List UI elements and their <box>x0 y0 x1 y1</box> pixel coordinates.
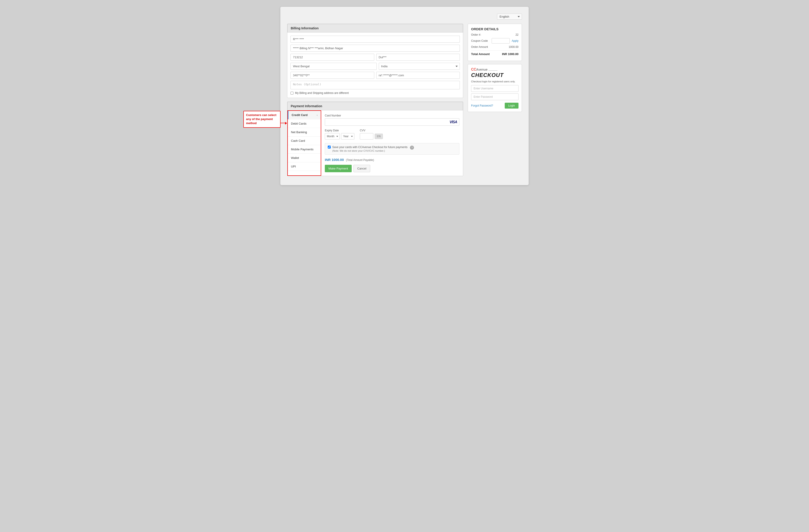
cancel-button[interactable]: Cancel <box>354 165 370 172</box>
order-details-card: ORDER DETAILS Order #: 22 Coupon Code Ap… <box>468 24 522 61</box>
total-amount-value: INR 1000.00 <box>502 52 518 56</box>
save-card-help-icon: ? <box>410 145 414 150</box>
cvv-group: CVV 576 <box>360 129 383 139</box>
state-country-row: India <box>291 63 460 70</box>
card-number-wrapper: VISA <box>325 118 459 126</box>
avenue-text: Avenue <box>476 68 487 71</box>
password-input[interactable] <box>471 93 518 100</box>
debit-cards-label: Debit Cards <box>291 122 307 125</box>
total-payable-label: (Total Amount Payable) <box>346 158 374 161</box>
card-number-label: Card Number <box>325 114 459 117</box>
method-debit-cards[interactable]: Debit Cards <box>288 119 321 128</box>
action-buttons: Make Payment Cancel <box>325 165 459 172</box>
total-amount-row: Total Amount INR 1000.00 <box>471 50 518 56</box>
total-amount: INR 1000.00 <box>325 158 344 161</box>
billing-shipping-label: My Billing and Shipping address are diff… <box>295 91 349 95</box>
country-wrapper: India <box>379 63 460 70</box>
payment-section-header: Payment Information <box>287 102 463 110</box>
page-container: English Billing Information <box>280 7 529 185</box>
method-upi[interactable]: UPI <box>288 162 321 171</box>
cc-icon: CC <box>471 68 476 71</box>
phone-email-row <box>291 72 460 79</box>
expiry-cvv-row: Expiry Date Month 010203 040506 070809 1… <box>325 129 459 139</box>
cvv-input-row: 576 <box>360 133 383 139</box>
total-amount-label: Total Amount <box>471 52 489 56</box>
billing-section-header: Billing Information <box>287 24 463 33</box>
cc-checkout-line: CHECKOUT <box>471 72 518 78</box>
login-button[interactable]: Login <box>505 103 518 108</box>
card-number-input[interactable] <box>325 118 459 126</box>
coupon-label: Coupon Code <box>471 39 488 42</box>
cc-divider-icon <box>488 70 498 71</box>
coupon-code-row: Coupon Code Apply <box>471 38 518 44</box>
order-amount-label: Order Amount <box>471 45 488 49</box>
order-number-row: Order #: 22 <box>471 33 518 36</box>
method-wallet[interactable]: Wallet <box>288 154 321 162</box>
state-input[interactable] <box>291 63 377 70</box>
payment-body: Credit Card › Debit Cards Net Banking Ca… <box>287 110 463 176</box>
city-input[interactable] <box>376 54 460 61</box>
left-section: Billing Information India <box>287 24 463 176</box>
expiry-group: Expiry Date Month 010203 040506 070809 1… <box>325 129 355 139</box>
method-net-banking[interactable]: Net Banking <box>288 128 321 137</box>
username-input[interactable] <box>471 85 518 92</box>
payment-title: Payment Information <box>291 104 322 108</box>
right-section: ORDER DETAILS Order #: 22 Coupon Code Ap… <box>468 24 522 112</box>
method-mobile-payments[interactable]: Mobile Payments <box>288 145 321 154</box>
billing-section: Billing Information India <box>287 24 463 98</box>
save-card-checkbox[interactable] <box>328 145 331 149</box>
cash-card-label: Cash Card <box>291 139 305 142</box>
ccavenue-subtitle: Checkout login for registered users only… <box>471 80 518 83</box>
email-input[interactable] <box>376 72 460 79</box>
method-cash-card[interactable]: Cash Card <box>288 137 321 145</box>
ccavenue-card: CC Avenue CHECKOUT Checkout login for re… <box>468 64 522 112</box>
payment-methods-list: Credit Card › Debit Cards Net Banking Ca… <box>287 110 321 176</box>
country-select[interactable]: India <box>379 63 460 70</box>
cvv-icon: 576 <box>375 134 383 139</box>
save-card-label[interactable]: Save your cards with CCAvenue Checkout f… <box>328 145 457 152</box>
credit-card-label: Credit Card <box>292 113 308 117</box>
payment-section: Customers can select any of the payment … <box>287 102 463 176</box>
address-input[interactable] <box>291 45 460 52</box>
ccavenue-logo: CC Avenue CHECKOUT <box>471 68 518 78</box>
billing-shipping-checkbox[interactable] <box>291 92 293 95</box>
language-select[interactable]: English <box>497 14 522 20</box>
checkout-text: CHECKOUT <box>471 72 504 78</box>
order-number-label: Order #: <box>471 33 481 36</box>
credit-card-chevron-icon: › <box>317 114 317 117</box>
annotation-text: Customers can select any of the payment … <box>246 113 276 125</box>
order-details-title: ORDER DETAILS <box>471 27 518 31</box>
net-banking-label: Net Banking <box>291 131 307 134</box>
annotation-box: Customers can select any of the payment … <box>243 111 280 128</box>
visa-icon: VISA <box>450 120 457 124</box>
year-select[interactable]: Year 202420252026 20272028 <box>341 133 355 139</box>
billing-shipping-row: My Billing and Shipping address are diff… <box>291 91 460 95</box>
method-credit-card[interactable]: Credit Card › <box>288 111 321 119</box>
forgot-login-row: Forgot Password? Login <box>471 103 518 108</box>
apply-link[interactable]: Apply <box>512 39 518 42</box>
save-card-note: (Note: We do not store your CVV/CVC numb… <box>332 150 408 152</box>
coupon-input[interactable] <box>492 38 510 44</box>
phone-input[interactable] <box>291 72 374 79</box>
billing-fields: India My Billing and Shipping address ar… <box>287 33 463 98</box>
order-number-value: 22 <box>516 33 518 36</box>
cvv-input[interactable] <box>360 133 373 139</box>
make-payment-button[interactable]: Make Payment <box>325 165 352 172</box>
forgot-password-link[interactable]: Forgot Password? <box>471 104 493 107</box>
mobile-payments-label: Mobile Payments <box>291 148 313 151</box>
postal-city-row <box>291 54 460 61</box>
save-card-text: Save your cards with CCAvenue Checkout f… <box>332 145 408 149</box>
cc-logo-text: CC Avenue <box>471 68 518 71</box>
name-input[interactable] <box>291 36 460 42</box>
order-amount-value: 1000.00 <box>509 45 518 49</box>
order-amount-row: Order Amount 1000.00 <box>471 45 518 49</box>
month-select[interactable]: Month 010203 040506 070809 101112 <box>325 133 340 139</box>
cvv-label: CVV <box>360 129 383 132</box>
billing-title: Billing Information <box>291 27 319 30</box>
save-card-row: Save your cards with CCAvenue Checkout f… <box>325 143 459 155</box>
total-payable: INR 1000.00 (Total Amount Payable) <box>325 158 459 161</box>
wallet-label: Wallet <box>291 156 299 159</box>
main-layout: Billing Information India <box>287 24 522 176</box>
postal-code-input[interactable] <box>291 54 374 61</box>
notes-textarea[interactable] <box>291 81 460 89</box>
